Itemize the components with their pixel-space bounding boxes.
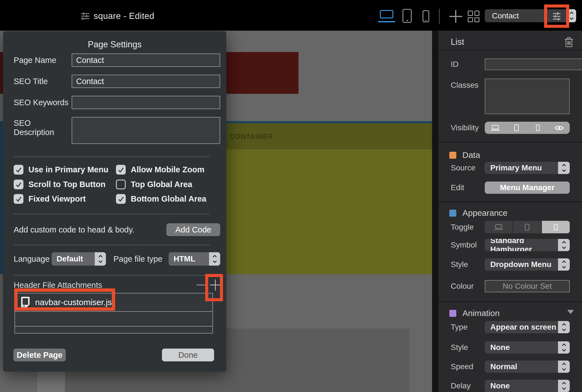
animation-delay-select[interactable]: None [485, 380, 570, 392]
add-code-button[interactable]: Add Code [166, 223, 220, 236]
source-label: Source [451, 163, 485, 172]
checkbox-allow-mobile-zoom[interactable]: Allow Mobile Zoom [116, 165, 204, 175]
id-input[interactable] [485, 58, 582, 70]
seo-description-input[interactable] [72, 117, 220, 144]
sidebar-divider [438, 50, 582, 51]
sidebar-divider [438, 201, 582, 202]
animation-delay-label: Delay [451, 381, 485, 390]
checkbox-top-global-area[interactable]: Top Global Area [116, 180, 192, 189]
language-label: Language [14, 254, 52, 264]
animation-style-value: None [485, 341, 558, 354]
toggle-segmented-control[interactable] [485, 221, 570, 233]
stepper-cap[interactable] [209, 252, 220, 266]
data-section-title: Data [462, 150, 480, 160]
dialog-divider [14, 275, 210, 276]
inspector-title: List [451, 37, 464, 47]
page-file-type-label: Page file type [113, 254, 163, 264]
stepper-cap[interactable] [558, 341, 570, 354]
mobile-view-icon[interactable] [423, 10, 429, 22]
custom-code-label: Add custom code to head & body. [14, 225, 166, 234]
page-settings-dialog: Page Settings Page Name SEO Title SEO Ke… [3, 31, 226, 372]
animation-type-label: Type [451, 323, 485, 332]
list-separator [15, 326, 212, 327]
seo-keywords-label: SEO Keywords [14, 98, 72, 107]
animation-section-swatch [449, 310, 456, 317]
page-file-type-select[interactable]: HTML [169, 252, 220, 266]
checkbox-fixed-viewport[interactable]: Fixed Viewport [14, 194, 86, 204]
dialog-divider [14, 245, 210, 245]
document-title: square - Edited [94, 11, 154, 21]
add-bloc-icon[interactable] [449, 10, 462, 23]
animation-speed-label: Speed [451, 362, 485, 371]
done-button[interactable]: Done [162, 349, 214, 361]
checkbox-scroll-to-top[interactable]: Scroll to Top Button [14, 180, 106, 189]
desktop-view-active-underline [378, 21, 395, 22]
checkbox-bottom-global-area[interactable]: Bottom Global Area [116, 194, 206, 204]
visibility-phone-icon[interactable] [527, 125, 549, 131]
visibility-eye-icon[interactable] [549, 125, 570, 131]
animation-type-value: Appear on screen [485, 321, 558, 333]
dialog-divider [14, 214, 210, 214]
animation-section-title: Animation [462, 308, 499, 318]
annotation-page-settings-icon [544, 4, 569, 28]
toggle-phone-icon[interactable] [542, 221, 570, 233]
checkbox-use-in-primary-menu[interactable]: Use in Primary Menu [14, 165, 108, 175]
stepper-cap[interactable] [95, 252, 106, 266]
toolbar-divider [439, 9, 440, 24]
bloc-library-icon[interactable] [468, 11, 479, 22]
visibility-tablet-icon[interactable] [506, 124, 527, 131]
visibility-desktop-icon[interactable] [485, 125, 506, 131]
page-name-label: Page Name [14, 56, 72, 65]
stepper-cap[interactable] [558, 258, 570, 271]
id-label: ID [451, 60, 485, 69]
language-select[interactable]: Default [52, 252, 106, 266]
animation-style-label: Style [451, 343, 485, 352]
sliders-icon [80, 11, 90, 21]
style-select[interactable]: Dropdown Menu [485, 258, 570, 271]
animation-speed-select[interactable]: Normal [485, 361, 570, 373]
annotation-attachment-file [14, 288, 115, 311]
animation-delay-value: None [485, 380, 558, 392]
data-section-swatch [449, 152, 456, 159]
toggle-tablet-icon[interactable] [513, 221, 542, 233]
seo-title-input[interactable] [72, 75, 220, 88]
stepper-cap[interactable] [558, 239, 570, 251]
tablet-view-icon[interactable] [402, 9, 412, 23]
animation-speed-value: Normal [485, 361, 558, 373]
chevron-up-icon [569, 11, 573, 15]
app-window: PRIMARY CONTAINER square - Edited Contac… [0, 0, 582, 392]
sidebar-divider [438, 301, 582, 302]
page-file-type-value: HTML [169, 252, 209, 266]
annotation-add-attachment [205, 274, 223, 301]
style-select-value: Dropdown Menu [485, 258, 558, 271]
seo-description-label: SEO Description [14, 119, 72, 137]
toggle-desktop-icon[interactable] [485, 221, 513, 233]
edit-label: Edit [451, 183, 485, 192]
colour-well[interactable]: No Colour Set [485, 280, 570, 292]
triangle-down-icon[interactable] [567, 310, 574, 314]
stepper-cap[interactable] [558, 380, 570, 392]
stepper-cap[interactable] [558, 361, 570, 373]
appearance-section-swatch [449, 210, 456, 217]
desktop-view-icon[interactable] [380, 10, 393, 18]
stepper-cap[interactable] [558, 162, 570, 174]
colour-label: Colour [451, 282, 485, 291]
language-select-value: Default [52, 252, 95, 266]
menu-manager-button[interactable]: Menu Manager [485, 182, 570, 194]
page-name-input[interactable] [72, 53, 220, 67]
trash-icon[interactable] [563, 36, 574, 48]
dialog-divider [14, 156, 210, 157]
animation-style-select[interactable]: None [485, 341, 570, 354]
animation-type-select[interactable]: Appear on screen [485, 321, 570, 333]
inspector-sidebar: List ID Classes Visibility [438, 30, 582, 392]
delete-page-button[interactable]: Delete Page [13, 349, 66, 361]
visibility-label: Visibility [451, 123, 485, 132]
classes-input[interactable] [485, 79, 570, 114]
source-select[interactable]: Primary Menu [485, 162, 570, 174]
classes-label: Classes [451, 81, 485, 90]
stepper-cap[interactable] [558, 321, 570, 333]
symbol-select[interactable]: Standard Hamburger [485, 239, 570, 251]
visibility-segmented-control[interactable] [485, 122, 570, 134]
canvas-sidebar-gutter [432, 31, 438, 392]
seo-keywords-input[interactable] [72, 96, 220, 109]
